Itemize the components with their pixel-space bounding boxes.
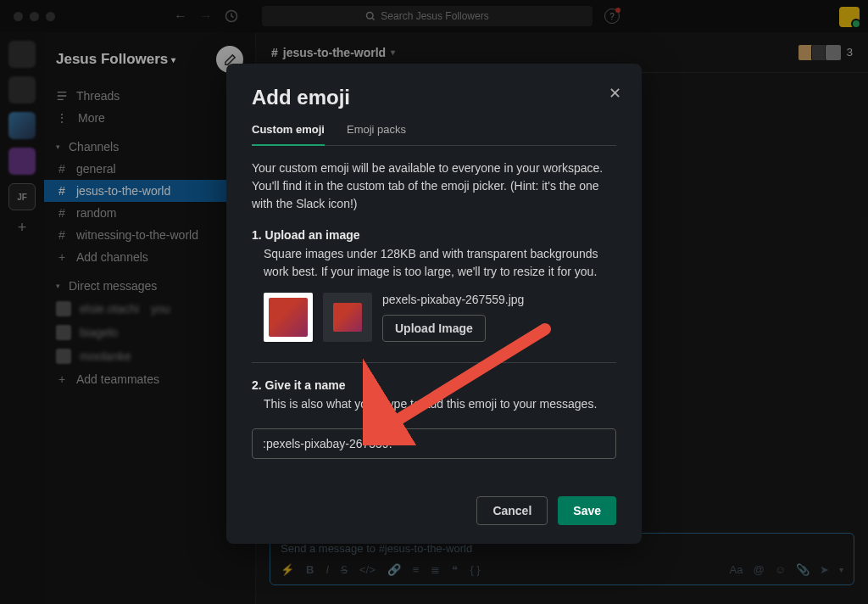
modal-title: Add emoji — [252, 86, 616, 109]
step2-title: 2. Give it a name — [252, 378, 616, 392]
step1-title: 1. Upload an image — [252, 228, 616, 242]
emoji-name-input[interactable] — [252, 428, 616, 459]
emoji-preview-light — [264, 293, 313, 342]
cancel-button[interactable]: Cancel — [476, 496, 548, 525]
save-button[interactable]: Save — [558, 496, 616, 525]
step2-desc: This is also what you'll type to add thi… — [252, 395, 616, 413]
modal-intro: Your custom emoji will be available to e… — [252, 159, 616, 213]
upload-image-button[interactable]: Upload Image — [382, 315, 486, 342]
close-button[interactable]: ✕ — [609, 84, 621, 103]
tab-emoji-packs[interactable]: Emoji packs — [347, 123, 406, 145]
uploaded-filename: pexels-pixabay-267559.jpg — [382, 293, 524, 306]
tab-custom-emoji[interactable]: Custom emoji — [252, 123, 325, 146]
add-emoji-modal: Add emoji ✕ Custom emoji Emoji packs You… — [226, 64, 642, 544]
step1-desc: Square images under 128KB and with trans… — [252, 245, 616, 281]
modal-tabs: Custom emoji Emoji packs — [252, 123, 616, 146]
emoji-preview-dark — [323, 293, 372, 342]
divider — [252, 362, 616, 363]
